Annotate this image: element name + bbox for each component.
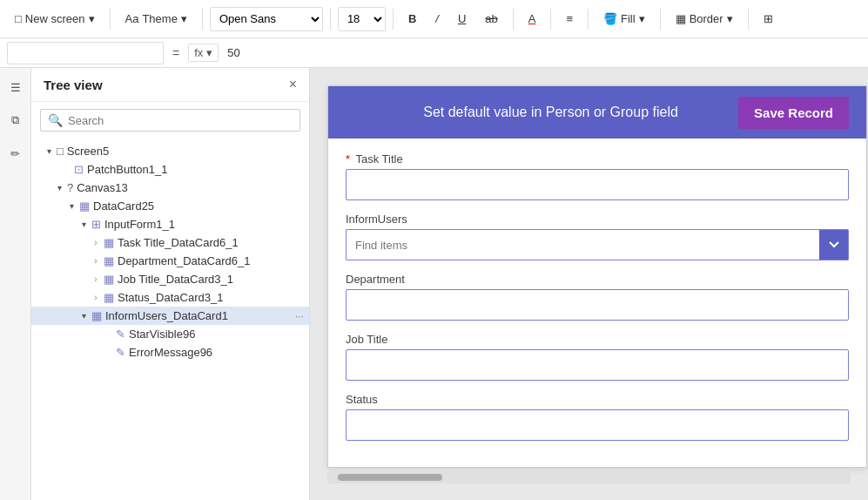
job-title-input[interactable] <box>346 349 849 381</box>
chevron-status-icon: › <box>91 293 101 302</box>
required-indicator: * <box>346 152 350 166</box>
bold-button[interactable]: B <box>400 8 424 30</box>
status-field: Status Not Started <box>346 393 849 441</box>
fill-button[interactable]: 🪣 Fill ▾ <box>595 8 653 30</box>
inform-users-label: InformUsers <box>346 213 849 226</box>
search-icon: 🔍 <box>48 113 63 127</box>
font-select[interactable]: Open Sans <box>210 7 323 31</box>
tree-label-starvisible96: StarVisible96 <box>129 328 195 341</box>
hamburger-menu-icon[interactable]: ☰ <box>3 75 28 99</box>
theme-button[interactable]: Aa Theme ▾ <box>118 8 195 30</box>
formula-fx-label: fx <box>194 46 203 59</box>
separator-8 <box>660 9 661 30</box>
separator-3 <box>330 9 331 30</box>
separator-7 <box>588 9 589 30</box>
tree-item-informusers-datacard[interactable]: ▾ ▦ InformUsers_DataCard1 ··· <box>31 307 309 325</box>
tree-item-patchbutton1_1[interactable]: ⊡ PatchButton1_1 <box>31 160 309 179</box>
border-label: Border <box>690 12 723 25</box>
tree-item-canvas13[interactable]: ▾ ? Canvas13 <box>31 179 309 197</box>
font-color-button[interactable]: A <box>521 8 544 30</box>
app-header: Set default value in Person or Group fie… <box>328 86 866 139</box>
separator-9 <box>748 9 749 30</box>
card-jobtitle-icon: ▦ <box>104 273 114 286</box>
separator-5 <box>513 9 514 30</box>
border-button[interactable]: ▦ Border ▾ <box>668 8 741 30</box>
app-card: Set default value in Person or Group fie… <box>327 85 867 468</box>
formula-name-input[interactable]: Height <box>7 42 164 64</box>
chevron-down-icon <box>829 240 839 250</box>
chevron-jobtitle-icon: › <box>91 274 101 284</box>
close-icon[interactable]: × <box>289 77 297 92</box>
italic-button[interactable]: / <box>427 8 447 30</box>
tree-label-screen5: Screen5 <box>67 145 109 158</box>
tree-item-starvisible96[interactable]: ✎ StarVisible96 <box>31 325 309 343</box>
tree-item-screen5[interactable]: ▾ □ Screen5 <box>31 142 309 160</box>
form-icon: ⊞ <box>91 218 101 231</box>
layers-icon[interactable]: ⧉ <box>3 108 28 132</box>
fill-icon: 🪣 <box>603 12 617 25</box>
fill-chevron-icon: ▾ <box>639 12 645 25</box>
font-size-select[interactable]: 18 <box>338 7 386 31</box>
star-icon: ✎ <box>116 328 125 341</box>
new-screen-label: New screen <box>25 12 85 25</box>
tree-item-job-title[interactable]: › ▦ Job Title_DataCard3_1 <box>31 270 309 288</box>
job-title-label: Job Title <box>346 333 849 346</box>
tree-label-task-title: Task Title_DataCard6_1 <box>118 236 239 249</box>
department-input[interactable] <box>346 289 849 321</box>
new-screen-chevron-icon: ▾ <box>89 12 95 25</box>
more-toolbar-label: ⊞ <box>764 12 773 25</box>
more-toolbar-button[interactable]: ⊞ <box>756 8 781 30</box>
horizontal-scrollbar[interactable] <box>338 474 442 481</box>
tree-label-datacard25: DataCard25 <box>93 199 154 213</box>
task-title-input[interactable] <box>346 169 849 200</box>
tree-item-inputform1_1[interactable]: ▾ ⊞ InputForm1_1 <box>31 215 309 233</box>
separator-1 <box>110 9 111 30</box>
underline-button[interactable]: U <box>450 8 474 30</box>
align-button[interactable]: ≡ <box>558 8 581 30</box>
card-department-icon: ▦ <box>104 254 114 267</box>
formula-bar: Height = fx ▾ 50 <box>0 38 868 68</box>
align-label: ≡ <box>566 12 573 25</box>
tree-item-status[interactable]: › ▦ Status_DataCard3_1 <box>31 288 309 307</box>
edit-icon[interactable]: ✏ <box>3 141 28 166</box>
formula-fx-chevron-icon: ▾ <box>206 46 212 59</box>
screen-icon: □ <box>57 145 64 158</box>
theme-label: Theme <box>142 12 177 25</box>
new-screen-button[interactable]: □ New screen ▾ <box>7 8 103 30</box>
strikethrough-button[interactable]: ab <box>477 8 505 30</box>
card-icon: ▦ <box>104 236 114 249</box>
card-status-icon: ▦ <box>104 291 114 304</box>
status-label: Status <box>346 393 849 406</box>
inform-users-field: InformUsers <box>346 213 849 260</box>
tree-item-errormessage96[interactable]: ✎ ErrorMessage96 <box>31 343 309 361</box>
separator-6 <box>550 9 551 30</box>
italic-label: / <box>435 12 439 25</box>
tree-item-datacard25[interactable]: ▾ ▦ DataCard25 <box>31 197 309 215</box>
tree-label-inputform: InputForm1_1 <box>104 218 175 231</box>
chevron-screen5-icon: ▾ <box>44 146 54 156</box>
formula-fx-button[interactable]: fx ▾ <box>188 44 219 62</box>
inform-users-input[interactable] <box>346 229 819 260</box>
toolbar: □ New screen ▾ Aa Theme ▾ Open Sans 18 B… <box>0 0 868 38</box>
tree-item-department[interactable]: › ▦ Department_DataCard6_1 <box>31 252 309 270</box>
department-field: Department <box>346 273 849 321</box>
separator-2 <box>202 9 203 30</box>
inform-users-dropdown-button[interactable] <box>819 229 849 260</box>
tree-label-errormessage96: ErrorMessage96 <box>129 346 212 359</box>
more-options-icon[interactable]: ··· <box>295 310 304 322</box>
inform-users-input-row <box>346 229 849 260</box>
save-record-button[interactable]: Save Record <box>738 97 849 129</box>
formula-equals: = <box>172 46 179 60</box>
tree-search-container[interactable]: 🔍 <box>40 109 300 132</box>
search-input[interactable] <box>68 114 293 127</box>
chevron-informusers-icon: ▾ <box>78 311 89 321</box>
icon-bar: ☰ ⧉ ✏ <box>0 68 31 500</box>
tree-item-task-title[interactable]: › ▦ Task Title_DataCard6_1 <box>31 233 309 252</box>
status-input[interactable]: Not Started <box>346 409 849 441</box>
card-informusers-icon: ▦ <box>91 309 102 322</box>
theme-icon: Aa <box>125 12 139 25</box>
app-header-title: Set default value in Person or Group fie… <box>363 105 738 120</box>
theme-chevron-icon: ▾ <box>181 12 187 25</box>
underline-label: U <box>458 12 466 25</box>
border-chevron-icon: ▾ <box>727 12 733 25</box>
